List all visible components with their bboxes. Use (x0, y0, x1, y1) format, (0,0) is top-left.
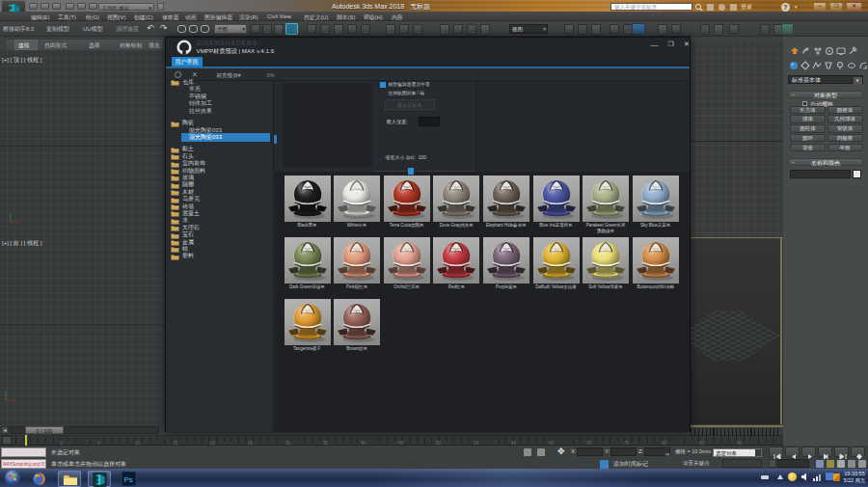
svg-text:Ps: Ps (124, 475, 133, 484)
